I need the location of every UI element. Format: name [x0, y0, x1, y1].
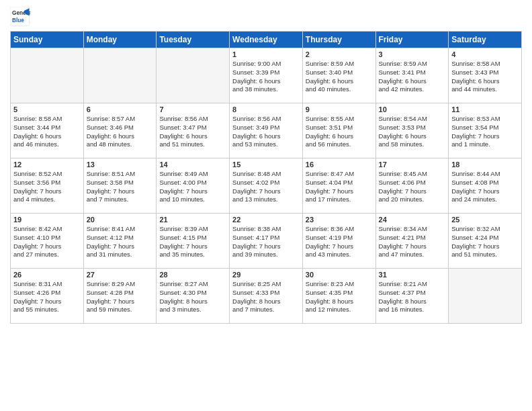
- day-number: 7: [159, 105, 226, 113]
- day-number: 27: [87, 271, 154, 279]
- weekday-header: Saturday: [449, 32, 522, 48]
- calendar-cell: 18Sunrise: 8:44 AM Sunset: 4:08 PM Dayli…: [449, 158, 522, 214]
- day-number: 13: [87, 161, 154, 169]
- day-number: 4: [451, 50, 519, 58]
- calendar-cell: 21Sunrise: 8:39 AM Sunset: 4:15 PM Dayli…: [157, 214, 230, 269]
- day-number: 21: [159, 216, 226, 224]
- day-number: 8: [232, 105, 300, 113]
- day-info: Sunrise: 8:53 AM Sunset: 3:54 PM Dayligh…: [451, 115, 519, 149]
- calendar-cell: 7Sunrise: 8:56 AM Sunset: 3:47 PM Daylig…: [157, 103, 230, 158]
- calendar-cell: 12Sunrise: 8:52 AM Sunset: 3:56 PM Dayli…: [11, 158, 84, 214]
- weekday-header: Sunday: [11, 32, 84, 48]
- day-info: Sunrise: 8:56 AM Sunset: 3:49 PM Dayligh…: [232, 115, 300, 149]
- day-number: 26: [13, 271, 81, 279]
- day-number: 19: [13, 216, 81, 224]
- calendar-cell: 10Sunrise: 8:54 AM Sunset: 3:53 PM Dayli…: [375, 103, 449, 158]
- calendar-cell: 24Sunrise: 8:34 AM Sunset: 4:21 PM Dayli…: [375, 214, 449, 269]
- day-info: Sunrise: 8:59 AM Sunset: 3:40 PM Dayligh…: [306, 60, 373, 94]
- day-number: 29: [232, 271, 300, 279]
- weekday-header: Monday: [83, 32, 157, 48]
- day-info: Sunrise: 8:34 AM Sunset: 4:21 PM Dayligh…: [379, 225, 446, 259]
- calendar-cell: 6Sunrise: 8:57 AM Sunset: 3:46 PM Daylig…: [83, 103, 157, 158]
- day-info: Sunrise: 8:59 AM Sunset: 3:41 PM Dayligh…: [379, 60, 446, 94]
- day-info: Sunrise: 8:39 AM Sunset: 4:15 PM Dayligh…: [159, 225, 226, 259]
- day-info: Sunrise: 8:23 AM Sunset: 4:35 PM Dayligh…: [306, 280, 373, 314]
- day-info: Sunrise: 8:49 AM Sunset: 4:00 PM Dayligh…: [159, 170, 226, 204]
- weekday-header: Friday: [375, 32, 449, 48]
- calendar-cell: [11, 48, 84, 103]
- day-info: Sunrise: 8:42 AM Sunset: 4:10 PM Dayligh…: [13, 225, 81, 259]
- calendar-cell: 3Sunrise: 8:59 AM Sunset: 3:41 PM Daylig…: [375, 48, 449, 103]
- day-number: 16: [306, 161, 373, 169]
- day-info: Sunrise: 8:31 AM Sunset: 4:26 PM Dayligh…: [13, 280, 81, 314]
- calendar-cell: 16Sunrise: 8:47 AM Sunset: 4:04 PM Dayli…: [302, 158, 375, 214]
- calendar-cell: 11Sunrise: 8:53 AM Sunset: 3:54 PM Dayli…: [449, 103, 522, 158]
- calendar-table: SundayMondayTuesdayWednesdayThursdayFrid…: [10, 31, 522, 324]
- day-number: 20: [87, 216, 154, 224]
- day-number: 2: [306, 50, 373, 58]
- calendar-cell: 29Sunrise: 8:25 AM Sunset: 4:33 PM Dayli…: [230, 269, 303, 324]
- day-number: 1: [232, 50, 300, 58]
- calendar-week-row: 19Sunrise: 8:42 AM Sunset: 4:10 PM Dayli…: [11, 214, 522, 269]
- day-info: Sunrise: 8:47 AM Sunset: 4:04 PM Dayligh…: [306, 170, 373, 204]
- calendar-cell: 25Sunrise: 8:32 AM Sunset: 4:24 PM Dayli…: [449, 214, 522, 269]
- day-info: Sunrise: 8:58 AM Sunset: 3:43 PM Dayligh…: [451, 60, 519, 94]
- calendar-week-row: 1Sunrise: 9:00 AM Sunset: 3:39 PM Daylig…: [11, 48, 522, 103]
- day-number: 17: [379, 161, 446, 169]
- day-info: Sunrise: 9:00 AM Sunset: 3:39 PM Dayligh…: [232, 60, 300, 94]
- calendar-cell: 17Sunrise: 8:45 AM Sunset: 4:06 PM Dayli…: [375, 158, 449, 214]
- calendar-cell: 8Sunrise: 8:56 AM Sunset: 3:49 PM Daylig…: [230, 103, 303, 158]
- weekday-header: Tuesday: [157, 32, 230, 48]
- day-number: 31: [379, 271, 446, 279]
- day-info: Sunrise: 8:25 AM Sunset: 4:33 PM Dayligh…: [232, 280, 300, 314]
- day-info: Sunrise: 8:55 AM Sunset: 3:51 PM Dayligh…: [306, 115, 373, 149]
- day-info: Sunrise: 8:27 AM Sunset: 4:30 PM Dayligh…: [159, 280, 226, 314]
- calendar-cell: 20Sunrise: 8:41 AM Sunset: 4:12 PM Dayli…: [83, 214, 157, 269]
- day-info: Sunrise: 8:44 AM Sunset: 4:08 PM Dayligh…: [451, 170, 519, 204]
- calendar-cell: 22Sunrise: 8:38 AM Sunset: 4:17 PM Dayli…: [230, 214, 303, 269]
- calendar-cell: 28Sunrise: 8:27 AM Sunset: 4:30 PM Dayli…: [157, 269, 230, 324]
- day-info: Sunrise: 8:48 AM Sunset: 4:02 PM Dayligh…: [232, 170, 300, 204]
- calendar-cell: 1Sunrise: 9:00 AM Sunset: 3:39 PM Daylig…: [230, 48, 303, 103]
- day-info: Sunrise: 8:21 AM Sunset: 4:37 PM Dayligh…: [379, 280, 446, 314]
- day-number: 12: [13, 161, 81, 169]
- day-number: 18: [451, 161, 519, 169]
- day-number: 23: [306, 216, 373, 224]
- day-number: 24: [379, 216, 446, 224]
- day-info: Sunrise: 8:29 AM Sunset: 4:28 PM Dayligh…: [87, 280, 154, 314]
- calendar-cell: 14Sunrise: 8:49 AM Sunset: 4:00 PM Dayli…: [157, 158, 230, 214]
- day-number: 22: [232, 216, 300, 224]
- weekday-header: Thursday: [302, 32, 375, 48]
- header: General Blue: [10, 7, 522, 27]
- calendar-cell: [449, 269, 522, 324]
- calendar-header-row: SundayMondayTuesdayWednesdayThursdayFrid…: [11, 32, 522, 48]
- day-info: Sunrise: 8:58 AM Sunset: 3:44 PM Dayligh…: [13, 115, 81, 149]
- day-number: 6: [87, 105, 154, 113]
- calendar-cell: 4Sunrise: 8:58 AM Sunset: 3:43 PM Daylig…: [449, 48, 522, 103]
- day-number: 25: [451, 216, 519, 224]
- day-info: Sunrise: 8:41 AM Sunset: 4:12 PM Dayligh…: [87, 225, 154, 259]
- calendar-cell: 30Sunrise: 8:23 AM Sunset: 4:35 PM Dayli…: [302, 269, 375, 324]
- calendar-cell: 9Sunrise: 8:55 AM Sunset: 3:51 PM Daylig…: [302, 103, 375, 158]
- day-number: 28: [159, 271, 226, 279]
- day-info: Sunrise: 8:57 AM Sunset: 3:46 PM Dayligh…: [87, 115, 154, 149]
- calendar-week-row: 26Sunrise: 8:31 AM Sunset: 4:26 PM Dayli…: [11, 269, 522, 324]
- day-number: 3: [379, 50, 446, 58]
- svg-text:Blue: Blue: [12, 17, 24, 24]
- day-number: 9: [306, 105, 373, 113]
- calendar-cell: 15Sunrise: 8:48 AM Sunset: 4:02 PM Dayli…: [230, 158, 303, 214]
- logo-icon: General Blue: [10, 7, 30, 27]
- day-info: Sunrise: 8:51 AM Sunset: 3:58 PM Dayligh…: [87, 170, 154, 204]
- calendar-cell: 31Sunrise: 8:21 AM Sunset: 4:37 PM Dayli…: [375, 269, 449, 324]
- weekday-header: Wednesday: [230, 32, 303, 48]
- day-info: Sunrise: 8:56 AM Sunset: 3:47 PM Dayligh…: [159, 115, 226, 149]
- calendar-cell: 26Sunrise: 8:31 AM Sunset: 4:26 PM Dayli…: [11, 269, 84, 324]
- day-number: 11: [451, 105, 519, 113]
- day-info: Sunrise: 8:38 AM Sunset: 4:17 PM Dayligh…: [232, 225, 300, 259]
- calendar-cell: 23Sunrise: 8:36 AM Sunset: 4:19 PM Dayli…: [302, 214, 375, 269]
- day-number: 15: [232, 161, 300, 169]
- calendar-cell: 27Sunrise: 8:29 AM Sunset: 4:28 PM Dayli…: [83, 269, 157, 324]
- calendar-cell: 2Sunrise: 8:59 AM Sunset: 3:40 PM Daylig…: [302, 48, 375, 103]
- logo: General Blue: [10, 7, 32, 27]
- calendar-cell: 13Sunrise: 8:51 AM Sunset: 3:58 PM Dayli…: [83, 158, 157, 214]
